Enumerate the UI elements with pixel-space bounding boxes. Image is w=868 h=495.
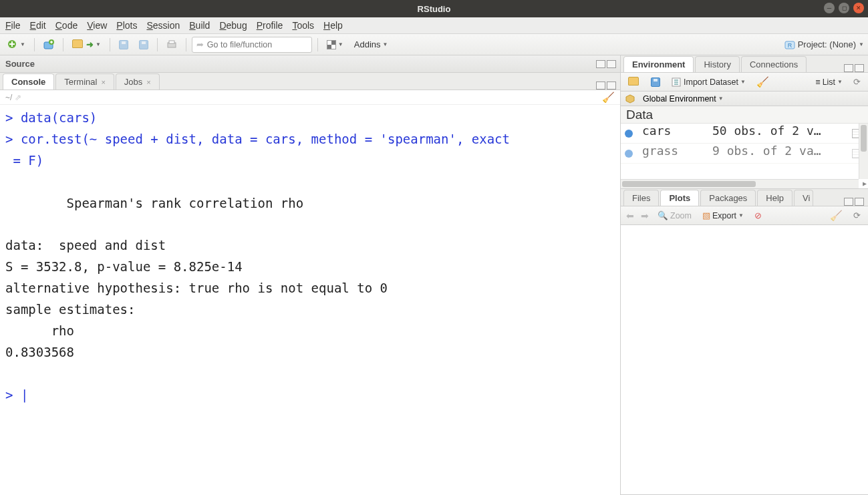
open-file-button[interactable]: ➜ ▼ [69, 37, 104, 53]
print-button[interactable] [163, 37, 180, 53]
tab-viewer[interactable]: Vi [794, 190, 813, 206]
window-maximize-button[interactable]: ◻ [839, 3, 849, 13]
tab-jobs-label: Jobs [124, 77, 142, 87]
tab-console-label: Console [11, 77, 45, 87]
pane-layout-button[interactable]: ▼ [323, 37, 347, 53]
plot-next-button[interactable]: ➡ [639, 210, 650, 221]
environment-row-grass[interactable]: grass 9 obs. of 2 va… [621, 144, 868, 164]
menu-code[interactable]: Code [55, 20, 78, 31]
clear-all-plots-button[interactable]: 🧹 [827, 208, 846, 224]
scrollbar-thumb[interactable] [861, 125, 867, 152]
chevron-down-icon: ▼ [338, 41, 343, 47]
save-all-button[interactable] [136, 37, 152, 53]
load-workspace-button[interactable] [625, 74, 643, 90]
environment-scope-selector[interactable]: Global Environment ▼ [639, 91, 727, 107]
import-dataset-label: Import Dataset [684, 77, 738, 87]
menu-edit[interactable]: Edit [30, 20, 46, 31]
env-minimize-button[interactable] [844, 64, 853, 72]
tab-help[interactable]: Help [757, 190, 792, 206]
menu-debug[interactable]: Debug [219, 20, 247, 31]
menu-session[interactable]: Session [146, 20, 180, 31]
clear-workspace-button[interactable]: 🧹 [753, 74, 772, 90]
chevron-down-icon: ▼ [740, 79, 746, 85]
zoom-button[interactable]: 🔍 Zoom [654, 208, 695, 224]
tab-connections[interactable]: Connections [741, 56, 807, 72]
export-page-icon: ▧ [702, 210, 710, 220]
goto-dir-icon[interactable]: ⇗ [15, 93, 21, 102]
source-maximize-button[interactable] [607, 60, 616, 68]
goto-file-function-input[interactable]: ➦ [192, 37, 312, 53]
env-scrollbar-vertical[interactable] [859, 124, 868, 179]
right-column: Environment History Connections Import D… [621, 55, 868, 495]
chevron-down-icon: ▼ [383, 41, 388, 47]
toolbar-separator [34, 38, 35, 51]
new-project-button[interactable] [40, 37, 57, 53]
new-file-button[interactable]: ▼ [4, 37, 29, 53]
menu-build[interactable]: Build [189, 20, 210, 31]
menu-plots[interactable]: Plots [116, 20, 137, 31]
svg-text:R: R [787, 42, 792, 49]
menu-profile[interactable]: Profile [257, 20, 283, 31]
tab-environment[interactable]: Environment [623, 56, 694, 72]
save-icon [651, 77, 660, 87]
plots-minimize-button[interactable] [844, 198, 853, 206]
data-frame-icon [625, 150, 633, 158]
grid-icon [327, 40, 336, 49]
save-button[interactable] [116, 37, 132, 53]
save-all-icon [139, 40, 148, 49]
tab-console[interactable]: Console [3, 73, 54, 90]
workspace: Source Console Terminal× Jobs× ~/ ⇗ 🧹 > … [0, 55, 868, 495]
chevron-down-icon: ▼ [96, 41, 101, 47]
close-icon[interactable]: × [146, 78, 150, 86]
scrollbar-thumb[interactable] [622, 181, 756, 187]
environment-object-name: cars [642, 124, 706, 138]
refresh-plot-button[interactable]: ⟳ [850, 208, 864, 224]
console-pathbar: ~/ ⇗ 🧹 [0, 90, 620, 105]
clear-console-button[interactable]: 🧹 [602, 92, 615, 104]
zoom-icon: 🔍 [658, 210, 668, 220]
env-scrollbar-horizontal[interactable]: ▶ [621, 179, 859, 188]
menu-view[interactable]: View [87, 20, 107, 31]
window-titlebar: RStudio ─ ◻ ✕ [0, 0, 868, 17]
menu-file[interactable]: File [5, 20, 21, 31]
view-list-label: List [823, 77, 835, 87]
console-output[interactable]: > data(cars)> cor.test(~ speed + dist, d… [0, 105, 620, 495]
remove-plot-button[interactable]: ⊘ [751, 208, 765, 224]
project-icon: R [784, 39, 795, 50]
goto-file-function-field[interactable] [207, 40, 307, 49]
chevron-down-icon: ▼ [20, 41, 25, 47]
environment-object-value: 50 obs. of 2 v… [712, 124, 845, 138]
tab-jobs[interactable]: Jobs× [116, 73, 160, 90]
tab-help-label: Help [766, 193, 784, 203]
tab-files[interactable]: Files [623, 190, 659, 206]
console-maximize-button[interactable] [607, 81, 616, 90]
export-button[interactable]: ▧ Export ▼ [699, 208, 747, 224]
zoom-label: Zoom [670, 211, 692, 220]
tab-terminal[interactable]: Terminal× [55, 73, 114, 90]
menu-help[interactable]: Help [323, 20, 343, 31]
tab-plots[interactable]: Plots [660, 190, 699, 206]
refresh-button[interactable]: ⟳ [850, 74, 864, 90]
window-close-button[interactable]: ✕ [853, 3, 864, 13]
project-menu[interactable]: R Project: (None) ▼ [784, 39, 864, 50]
close-icon[interactable]: × [101, 78, 105, 86]
console-minimize-button[interactable] [596, 81, 605, 90]
addins-button[interactable]: Addins ▼ [351, 37, 392, 53]
plots-toolbar: ⬅ ➡ 🔍 Zoom ▧ Export ▼ ⊘ 🧹 ⟳ [621, 206, 868, 225]
menu-tools[interactable]: Tools [292, 20, 314, 31]
import-dataset-button[interactable]: Import Dataset ▼ [668, 74, 749, 90]
plot-prev-button[interactable]: ⬅ [625, 210, 635, 221]
environment-scope-label: Global Environment [643, 94, 716, 104]
source-minimize-button[interactable] [596, 60, 605, 68]
tab-history[interactable]: History [695, 56, 739, 72]
environment-row-cars[interactable]: cars 50 obs. of 2 v… [621, 124, 868, 144]
view-list-button[interactable]: ≡ List ▼ [812, 74, 846, 90]
environment-scope-bar: Global Environment ▼ [621, 92, 868, 106]
environment-object-name: grass [642, 144, 706, 158]
chevron-down-icon: ▼ [859, 41, 864, 47]
plots-maximize-button[interactable] [855, 198, 864, 206]
window-minimize-button[interactable]: ─ [824, 3, 835, 13]
tab-packages[interactable]: Packages [700, 190, 756, 206]
env-maximize-button[interactable] [855, 64, 864, 72]
save-workspace-button[interactable] [647, 74, 664, 90]
